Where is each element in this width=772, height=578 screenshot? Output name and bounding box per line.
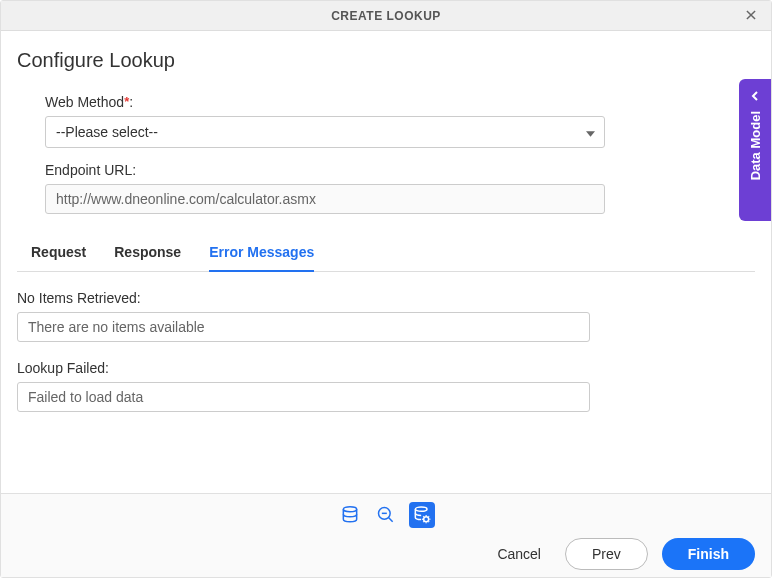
database-gear-icon <box>412 505 432 525</box>
chevron-left-icon <box>750 87 760 105</box>
close-button[interactable] <box>741 5 761 25</box>
create-lookup-modal: CREATE LOOKUP Configure Lookup Web Metho… <box>0 0 772 578</box>
lookup-failed-label: Lookup Failed: <box>17 360 755 376</box>
step-configure[interactable] <box>409 502 435 528</box>
web-method-label-text: Web Method <box>45 94 124 110</box>
wizard-steps <box>1 494 771 532</box>
page-title: Configure Lookup <box>17 49 755 72</box>
modal-footer: Cancel Prev Finish <box>1 493 771 577</box>
endpoint-group: Endpoint URL: <box>45 162 605 214</box>
prev-button[interactable]: Prev <box>565 538 648 570</box>
tab-request[interactable]: Request <box>31 234 86 272</box>
close-icon <box>744 8 758 22</box>
endpoint-url-input[interactable] <box>45 184 605 214</box>
svg-point-7 <box>424 517 429 522</box>
modal-title: CREATE LOOKUP <box>331 9 441 23</box>
search-minus-icon <box>376 505 396 525</box>
finish-button[interactable]: Finish <box>662 538 755 570</box>
tabs: Request Response Error Messages <box>17 234 755 272</box>
lookup-failed-group: Lookup Failed: <box>17 360 755 412</box>
web-method-select[interactable] <box>45 116 605 148</box>
tab-error-messages[interactable]: Error Messages <box>209 234 314 272</box>
lookup-failed-input[interactable] <box>17 382 590 412</box>
data-model-label: Data Model <box>748 111 763 180</box>
form-section: Web Method*: Endpoint URL: <box>17 94 755 214</box>
web-method-label-suffix: : <box>129 94 133 110</box>
no-items-label: No Items Retrieved: <box>17 290 755 306</box>
svg-line-5 <box>389 518 393 522</box>
no-items-group: No Items Retrieved: <box>17 290 755 342</box>
cancel-button[interactable]: Cancel <box>487 540 551 568</box>
step-datasource[interactable] <box>337 502 363 528</box>
data-model-panel-toggle[interactable]: Data Model <box>739 79 771 221</box>
modal-body: Configure Lookup Web Method*: Endpoint U… <box>1 31 771 493</box>
tab-response[interactable]: Response <box>114 234 181 272</box>
step-query[interactable] <box>373 502 399 528</box>
svg-point-6 <box>415 507 427 511</box>
web-method-group: Web Method*: <box>45 94 605 148</box>
svg-point-2 <box>343 507 356 512</box>
endpoint-label: Endpoint URL: <box>45 162 605 178</box>
modal-header: CREATE LOOKUP <box>1 1 771 31</box>
web-method-select-wrap <box>45 116 605 148</box>
no-items-input[interactable] <box>17 312 590 342</box>
footer-actions: Cancel Prev Finish <box>1 532 771 578</box>
web-method-label: Web Method*: <box>45 94 605 110</box>
database-icon <box>340 505 360 525</box>
